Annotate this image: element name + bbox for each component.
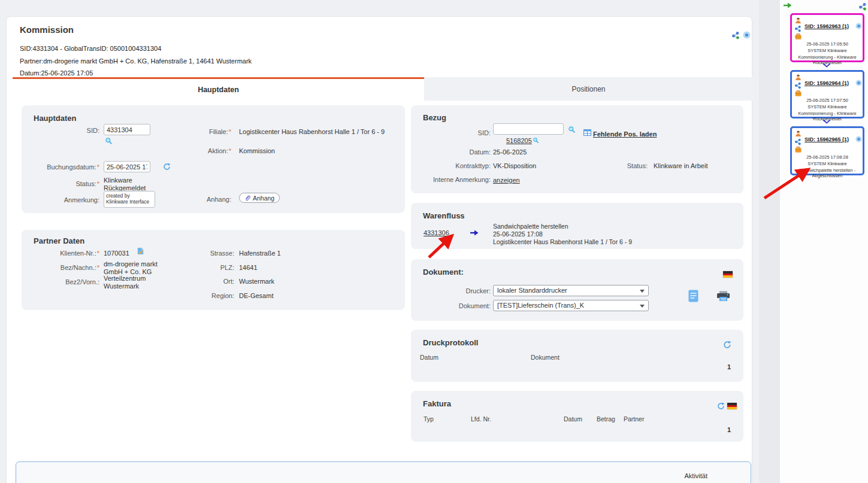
warenfluss-link[interactable]: 4331306 bbox=[424, 229, 449, 236]
bez-value: dm-drogerie markt GmbH + Co. KG bbox=[104, 260, 176, 276]
warenfluss-line2: 25-06-2025 17:08 bbox=[493, 230, 543, 238]
warenfluss-line3: Logistikcenter Haus Rabenhorst Halle 1 /… bbox=[493, 238, 632, 246]
druckprotokoll-panel: Druckprotokoll Datum Dokument 1 bbox=[411, 330, 743, 382]
filiale-value: Logistikcenter Haus Rabenhorst Halle 1 /… bbox=[239, 128, 385, 135]
tab-positionen-label: Positionen bbox=[571, 85, 605, 93]
green-arrow-icon[interactable] bbox=[783, 2, 792, 8]
faktura-page[interactable]: 1 bbox=[727, 426, 731, 433]
bezug-sid-input[interactable] bbox=[493, 123, 564, 135]
region-value: DE-Gesamt bbox=[239, 292, 273, 299]
tab-positionen[interactable]: Positionen bbox=[424, 77, 753, 101]
anhang-button[interactable]: Anhang bbox=[239, 193, 280, 203]
faktura-panel-title: Faktura bbox=[423, 399, 451, 408]
flow-arrow-icon bbox=[470, 230, 479, 236]
sidebar-share-nodes-icon[interactable] bbox=[858, 2, 867, 11]
share-nodes-icon[interactable] bbox=[731, 31, 740, 40]
bez2-label: Bez2/Vorn.: bbox=[22, 278, 99, 285]
faktura-col-lfdnr[interactable]: Lfd. Nr. bbox=[471, 415, 491, 423]
bezug-panel: Bezug SID: Fehlende Pos. laden 5168205 bbox=[411, 105, 743, 193]
drucker-select-value: lokaler Standarddrucker bbox=[497, 287, 567, 294]
scrollbar-track[interactable] bbox=[759, 0, 780, 483]
anmerkung-label: Anmerkung: bbox=[22, 196, 99, 203]
partner-panel: Partner Daten Klienten-Nr.:* 1070031 Bez… bbox=[22, 230, 405, 310]
druckprotokoll-refresh-icon[interactable] bbox=[723, 341, 731, 349]
bezug-status-label: Status: bbox=[609, 162, 648, 169]
kontrakttyp-value: VK-Disposition bbox=[493, 162, 536, 169]
activity-bar[interactable]: Aktivität bbox=[16, 461, 751, 483]
faktura-panel: Faktura Typ Lfd. Nr. Datum Betrag Partne… bbox=[411, 391, 743, 442]
anhang-button-label: Anhang bbox=[253, 195, 274, 202]
history-card-sid-link[interactable]: SID: 15962965 (1) bbox=[800, 136, 853, 142]
dokument-select[interactable]: [TEST]Lieferschein (Trans)_K bbox=[493, 300, 649, 311]
druckprotokoll-page[interactable]: 1 bbox=[727, 363, 731, 370]
druckprotokoll-col-datum[interactable]: Datum bbox=[420, 354, 438, 361]
edit-note-icon[interactable] bbox=[137, 247, 144, 255]
bez2-value: Verteilzentrum Wustermark bbox=[104, 275, 164, 290]
strasse-value: Hafenstraße 1 bbox=[239, 250, 281, 257]
history-card-3[interactable]: SID: 15962965 (1) 25-06-2025 17:08:28 SY… bbox=[790, 126, 864, 175]
card-info-dot-icon[interactable] bbox=[855, 136, 862, 142]
document-preview-icon[interactable] bbox=[688, 290, 698, 302]
faktura-flag-de-icon[interactable] bbox=[727, 403, 737, 409]
klienten-value: 1070031 bbox=[104, 250, 129, 257]
dokument-select-value: [TEST]Lieferschein (Trans)_K bbox=[497, 302, 584, 309]
druckprotokoll-col-dokument[interactable]: Dokument bbox=[531, 354, 559, 361]
history-card-datetime: 25-06-2025 17:08:28 bbox=[794, 154, 860, 160]
partner-panel-title: Partner Daten bbox=[34, 236, 84, 245]
anhang-label: Anhang: bbox=[141, 196, 231, 203]
briefcase-icon bbox=[795, 147, 802, 153]
ort-value: Wustermark bbox=[239, 278, 274, 285]
filiale-label: Filiale:* bbox=[141, 128, 231, 135]
bezug-sid-link[interactable]: 5168205 bbox=[506, 137, 532, 144]
bez-label: Bez/Nachn.:* bbox=[22, 264, 99, 271]
search-icon[interactable] bbox=[105, 137, 113, 145]
header-sid-line: SID:4331304 - GlobalTransID: 05001004331… bbox=[20, 45, 161, 52]
history-card-datetime: 25-06-2025 17:05:50 bbox=[794, 41, 860, 47]
status-label: Status:* bbox=[22, 180, 99, 187]
paperclip-icon bbox=[244, 195, 251, 201]
sid-label: SID: bbox=[22, 127, 99, 134]
fehlende-pos-link[interactable]: Fehlende Pos. laden bbox=[593, 130, 657, 138]
buchungsdatum-input[interactable] bbox=[104, 161, 150, 172]
chevron-down-icon[interactable] bbox=[822, 63, 831, 68]
faktura-col-partner[interactable]: Partner bbox=[624, 415, 644, 423]
faktura-refresh-icon[interactable] bbox=[717, 402, 725, 410]
refresh-icon[interactable] bbox=[163, 163, 171, 171]
kommission-card: Kommission SID:4331304 - GlobalTransID: … bbox=[6, 16, 752, 483]
history-card-status: Sandwichpalette herstellen - Abgeschloss… bbox=[794, 168, 860, 178]
activity-bar-label: Aktivität bbox=[684, 472, 707, 479]
printer-icon[interactable] bbox=[716, 291, 730, 302]
history-card-system: SYSTEM Klinkware bbox=[794, 48, 860, 53]
history-card-1[interactable]: SID: 15962963 (1) 25-06-2025 17:05:50 SY… bbox=[790, 13, 864, 62]
history-card-sid-link[interactable]: SID: 15962963 (1) bbox=[800, 23, 853, 29]
drucker-label: Drucker: bbox=[411, 287, 491, 294]
plz-value: 14641 bbox=[239, 264, 258, 271]
card-info-dot-icon[interactable] bbox=[855, 80, 862, 86]
flag-de-icon[interactable] bbox=[723, 271, 733, 278]
tab-hauptdaten[interactable]: Hauptdaten bbox=[13, 77, 424, 101]
history-card-2[interactable]: SID: 15962964 (1) 25-06-2025 17:07:50 SY… bbox=[790, 70, 864, 119]
table-load-icon[interactable] bbox=[583, 129, 591, 136]
page: Kommission SID:4331304 - GlobalTransID: … bbox=[0, 0, 868, 483]
aktion-value: Kommission bbox=[239, 147, 275, 154]
page-title: Kommission bbox=[20, 25, 74, 35]
anzeigen-link[interactable]: anzeigen bbox=[493, 177, 520, 184]
bezug-search-icon[interactable] bbox=[568, 126, 576, 133]
briefcase-icon bbox=[795, 34, 802, 40]
faktura-col-typ[interactable]: Typ bbox=[424, 415, 434, 423]
header-partner-line: Partner:dm-drogerie markt GmbH + Co. KG,… bbox=[20, 57, 252, 65]
history-card-datetime: 25-06-2025 17:07:50 bbox=[794, 98, 860, 103]
interne-anmerkung-label: Interne Anmerkung: bbox=[411, 176, 491, 183]
history-card-sid-link[interactable]: SID: 15962964 (1) bbox=[800, 80, 853, 86]
warenfluss-line1: Sandwichpalette herstellen bbox=[493, 223, 568, 230]
faktura-col-datum[interactable]: Datum bbox=[564, 415, 582, 423]
card-info-dot-icon[interactable] bbox=[855, 23, 862, 29]
hauptdaten-panel: Hauptdaten SID: Filiale:* Logistikcenter… bbox=[22, 105, 405, 213]
klienten-label: Klienten-Nr.:* bbox=[22, 250, 99, 257]
drucker-select[interactable]: lokaler Standarddrucker bbox=[493, 285, 649, 296]
bezug-sid-link-search-icon[interactable] bbox=[533, 137, 539, 144]
header-datum-line: Datum:25-06-2025 17:05 bbox=[20, 69, 93, 77]
faktura-col-betrag[interactable]: Betrag bbox=[597, 415, 615, 423]
info-dot-icon[interactable] bbox=[743, 31, 751, 39]
chevron-down-icon[interactable] bbox=[822, 119, 831, 124]
